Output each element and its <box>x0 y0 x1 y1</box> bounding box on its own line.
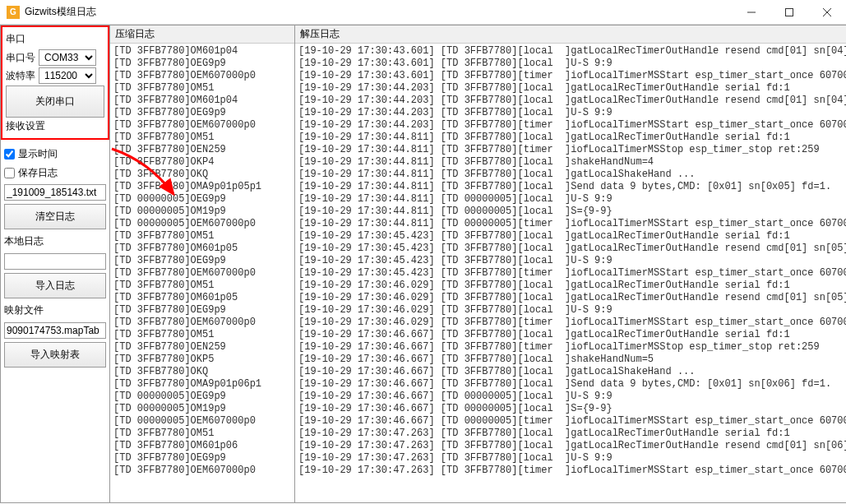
svg-rect-1 <box>786 8 793 16</box>
clear-log-button[interactable]: 清空日志 <box>4 204 106 229</box>
app-icon: G <box>7 6 20 19</box>
decompressed-log-body[interactable]: [19-10-29 17:30:43.601] [TD 3FFB7780][lo… <box>295 44 846 502</box>
save-path-input[interactable] <box>4 184 106 201</box>
import-map-button[interactable]: 导入映射表 <box>4 342 106 368</box>
port-label: 串口号 <box>6 51 35 65</box>
sidebar: 串口 串口号 COM33 波特率 115200 关闭串口 接收设置 显示时间 保… <box>0 25 110 503</box>
baud-label: 波特率 <box>6 69 35 83</box>
map-file-title: 映射文件 <box>4 302 106 319</box>
map-path-input[interactable] <box>4 322 106 339</box>
compressed-log-body[interactable]: [TD 3FFB7780]OM601p04 [TD 3FFB7780]OEG9p… <box>110 44 294 502</box>
decompressed-header: 解压日志 <box>295 25 846 44</box>
maximize-button[interactable] <box>770 0 808 25</box>
baud-select[interactable]: 115200 <box>39 67 96 84</box>
decompressed-pane: 解压日志 [19-10-29 17:30:43.601] [TD 3FFB778… <box>295 25 846 503</box>
local-path-input[interactable] <box>4 253 106 270</box>
serial-group-title: 串口 <box>6 30 104 48</box>
show-time-checkbox[interactable] <box>4 149 15 160</box>
serial-highlight: 串口 串口号 COM33 波特率 115200 关闭串口 接收设置 <box>1 25 109 140</box>
save-log-checkbox[interactable] <box>4 168 15 178</box>
show-time-label: 显示时间 <box>18 147 58 161</box>
window-title: Gizwits模组日志 <box>25 5 733 19</box>
compressed-pane: 压缩日志 [TD 3FFB7780]OM601p04 [TD 3FFB7780]… <box>110 25 295 503</box>
titlebar: G Gizwits模组日志 <box>0 0 846 25</box>
close-button[interactable] <box>808 0 846 25</box>
port-select[interactable]: COM33 <box>39 49 96 66</box>
save-log-label: 保存日志 <box>18 166 58 180</box>
recv-settings-title: 接收设置 <box>6 118 104 135</box>
close-serial-button[interactable]: 关闭串口 <box>6 86 104 118</box>
minimize-button[interactable] <box>733 0 770 25</box>
local-log-title: 本地日志 <box>4 233 106 250</box>
import-log-button[interactable]: 导入日志 <box>4 273 106 298</box>
compressed-header: 压缩日志 <box>110 25 294 44</box>
